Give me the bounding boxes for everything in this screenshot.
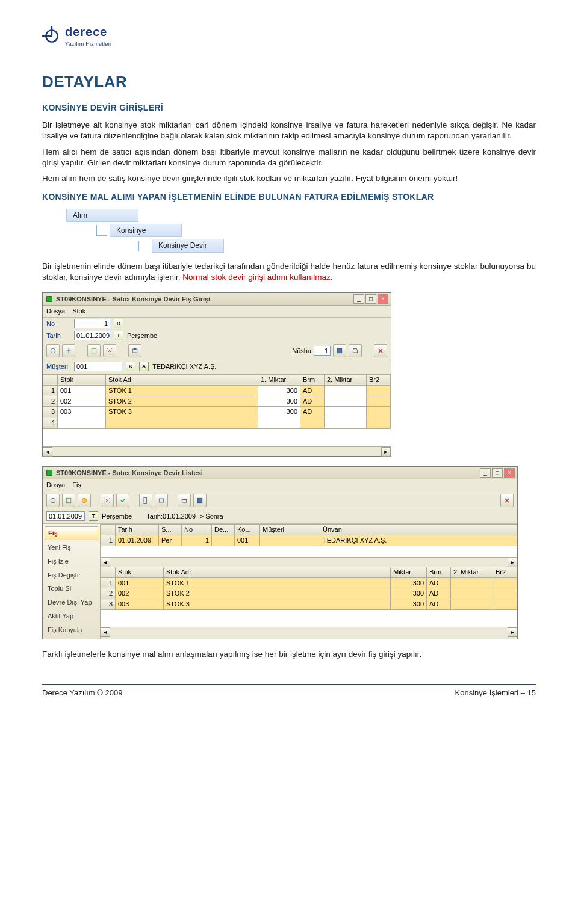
tb2-btn-9[interactable] [193, 494, 207, 507]
minimize-button[interactable]: _ [353, 294, 364, 304]
svg-rect-17 [182, 500, 187, 503]
scroll-left-icon[interactable]: ◄ [43, 447, 52, 457]
section1-heading: KONSİNYE DEVİR GİRİŞLERİ [42, 102, 536, 114]
maximize-button[interactable]: □ [492, 468, 503, 478]
tarih-label: Tarih [46, 331, 70, 340]
table-row: 1 001 STOK 1 300 AD [43, 385, 391, 396]
col-brm[interactable]: Brm [300, 374, 325, 385]
table-row: 4 [43, 417, 391, 428]
bc-br2[interactable]: Br2 [493, 567, 517, 578]
tc-tarih[interactable]: Tarih [116, 525, 159, 535]
scroll-right-icon[interactable]: ► [508, 627, 517, 637]
no-d-button[interactable]: D [114, 319, 123, 328]
tc-unvan[interactable]: Ünvan [320, 525, 517, 535]
logo-block: derece Yazılım Hizmetleri [42, 24, 536, 48]
tc-musteri[interactable]: Müşteri [260, 525, 320, 535]
bc-miktar2[interactable]: 2. Miktar [451, 567, 493, 578]
sidebar-item-toplusil[interactable]: Toplu Sil [45, 582, 98, 595]
col-stok[interactable]: Stok [58, 374, 106, 385]
sidebar-item-izle[interactable]: Fiş İzle [45, 555, 98, 568]
toolbar-btn-3[interactable] [87, 344, 101, 357]
toolbar-print-icon[interactable] [349, 344, 362, 357]
minimize-button[interactable]: _ [480, 468, 491, 478]
table-row: 2 002 STOK 2 300 AD [101, 588, 517, 599]
toolbar-btn-5[interactable] [128, 344, 141, 357]
scroll-right-icon[interactable]: ► [508, 558, 517, 567]
tb2-btn-3[interactable] [78, 494, 91, 507]
toolbar-close-icon[interactable] [374, 344, 387, 357]
musteri-label: Müşteri [46, 362, 70, 371]
app-icon [45, 295, 54, 303]
filter-date-input[interactable]: 01.01.2009 [46, 511, 85, 521]
window-title-2: ST09KONSINYE - Satıcı Konsinye Devir Lis… [56, 469, 203, 478]
musteri-name: TEDARİKÇİ XYZ A.Ş. [152, 362, 216, 371]
no-input[interactable]: 1 [74, 319, 110, 328]
page-title: DETAYLAR [42, 72, 536, 93]
col-stokadi[interactable]: Stok Adı [106, 374, 258, 385]
menu-dosya[interactable]: Dosya [46, 307, 65, 316]
tb2-close-icon[interactable] [500, 494, 514, 507]
toolbar-btn-1[interactable] [46, 344, 60, 357]
svg-rect-10 [354, 348, 357, 350]
tb2-btn-5[interactable] [116, 494, 129, 507]
table-row: 2 002 STOK 2 300 AD [43, 396, 391, 407]
menu-stok[interactable]: Stok [72, 307, 85, 316]
menu-dosya-2[interactable]: Dosya [46, 481, 65, 490]
toolbar-save-icon[interactable] [333, 344, 346, 357]
bc-stok[interactable]: Stok [116, 567, 164, 578]
svg-rect-8 [337, 348, 342, 353]
sidebar-item-aktif[interactable]: Aktif Yap [45, 610, 98, 623]
scrollbar-top[interactable]: ◄ ► [101, 557, 517, 567]
menu-fis[interactable]: Fiş [72, 481, 81, 490]
sidebar: Fiş Yeni Fiş Fiş İzle Fiş Değiştir Toplu… [43, 524, 101, 639]
close-button[interactable]: × [378, 294, 388, 304]
tb2-btn-6[interactable] [139, 494, 152, 507]
svg-rect-9 [353, 350, 358, 353]
toolbar-btn-4[interactable] [103, 344, 116, 357]
tc-s[interactable]: S... [159, 525, 182, 535]
tc-de[interactable]: De... [212, 525, 235, 535]
tarih-input[interactable]: 01.01.2009 [74, 331, 110, 340]
section1-p1: Bir işletmeye ait konsinye stok miktarla… [42, 120, 536, 141]
musteri-input[interactable]: 001 [74, 362, 122, 371]
sidebar-item-kopyala[interactable]: Fiş Kopyala [45, 624, 98, 636]
col-miktar2[interactable]: 2. Miktar [325, 374, 367, 385]
tb2-btn-1[interactable] [46, 494, 60, 507]
scroll-right-icon[interactable]: ► [381, 447, 391, 457]
scrollbar-bottom[interactable]: ◄ ► [101, 627, 517, 636]
tb2-btn-2[interactable] [62, 494, 75, 507]
musteri-a-button[interactable]: A [139, 362, 149, 371]
nusha-label: Nüsha [292, 346, 311, 356]
svg-rect-11 [47, 470, 52, 476]
maximize-button[interactable]: □ [365, 294, 376, 304]
tc-no[interactable]: No [182, 525, 212, 535]
sidebar-item-devredisi[interactable]: Devre Dışı Yap [45, 596, 98, 609]
toolbar-btn-2[interactable] [62, 344, 75, 357]
tb2-btn-8[interactable] [178, 494, 191, 507]
tb2-btn-7[interactable] [155, 494, 168, 507]
bottom-grid: Stok Stok Adı Miktar Brm 2. Miktar Br2 1… [101, 567, 517, 610]
closing-paragraph: Farklı işletmelerle konsinye mal alım an… [42, 649, 536, 660]
scrollbar[interactable]: ◄ ► [43, 446, 391, 456]
col-br2[interactable]: Br2 [367, 374, 391, 385]
bc-miktar[interactable]: Miktar [391, 567, 427, 578]
sidebar-item-fis[interactable]: Fiş [45, 526, 98, 540]
close-button[interactable]: × [504, 468, 515, 478]
nusha-input[interactable]: 1 [314, 346, 331, 356]
sidebar-item-degistir[interactable]: Fiş Değiştir [45, 569, 98, 582]
scroll-left-icon[interactable]: ◄ [101, 558, 110, 567]
bc-brm[interactable]: Brm [427, 567, 451, 578]
svg-rect-7 [134, 348, 137, 349]
tb2-btn-4[interactable] [101, 494, 114, 507]
sidebar-item-yeni[interactable]: Yeni Fiş [45, 541, 98, 554]
top-grid: Tarih S... No De... Ko... Müşteri Ünvan … [101, 524, 517, 546]
filter-t-button[interactable]: T [89, 511, 98, 521]
filter-day: Perşembe [102, 512, 132, 521]
musteri-k-button[interactable]: K [126, 362, 135, 371]
tree-item-alim: Alım [66, 209, 138, 222]
tc-ko[interactable]: Ko... [235, 525, 260, 535]
tarih-t-button[interactable]: T [114, 331, 123, 340]
scroll-left-icon[interactable]: ◄ [101, 627, 110, 637]
bc-stokadi[interactable]: Stok Adı [164, 567, 391, 578]
col-miktar1[interactable]: 1. Miktar [258, 374, 300, 385]
